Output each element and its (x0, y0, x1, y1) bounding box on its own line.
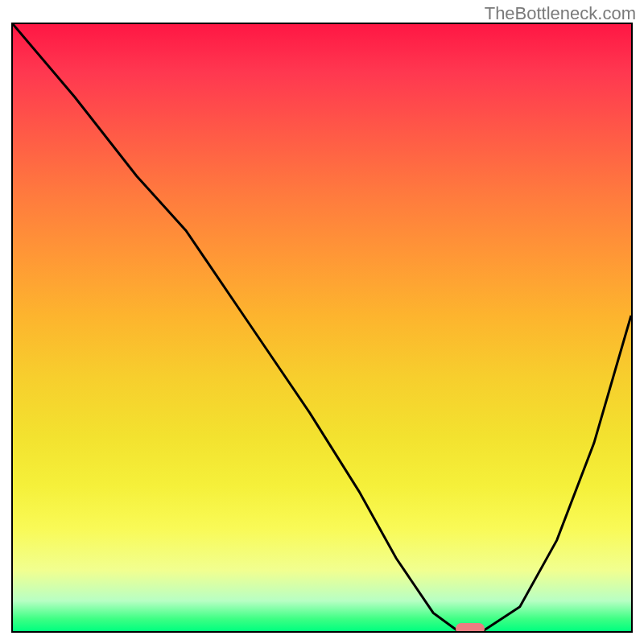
current-config-marker (456, 623, 485, 633)
bottleneck-curve (13, 24, 631, 631)
plot-area (11, 23, 633, 633)
watermark-text: TheBottleneck.com (485, 3, 636, 24)
bottleneck-chart: TheBottleneck.com (0, 0, 644, 644)
